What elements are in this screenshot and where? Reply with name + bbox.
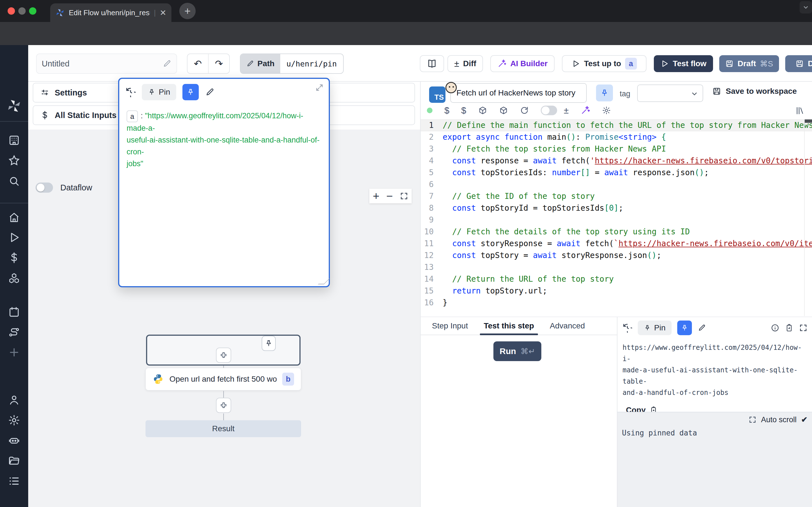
code-line[interactable]: 4 const response = await fetch('https://… [421, 155, 812, 167]
sidebar-item-resources[interactable] [8, 272, 20, 284]
edit-pencil-icon[interactable] [698, 324, 706, 332]
pinned-json-value[interactable]: a: "https://www.geoffreylitt.com/2025/04… [119, 100, 329, 179]
ai-builder-button[interactable]: AI Builder [490, 55, 555, 72]
node-pin-badge[interactable] [262, 336, 276, 351]
resources-icon[interactable]: $ [461, 105, 466, 116]
package-icon[interactable] [478, 106, 487, 115]
expand-popup-icon[interactable] [315, 83, 324, 92]
code-line[interactable]: 3 // Fetch the top stories from Hacker N… [421, 143, 812, 155]
code-editor[interactable]: 1// Define the main function to fetch th… [421, 119, 812, 316]
browser-tab[interactable]: Edit Flow u/henri/pin_results | ✕ [50, 3, 171, 22]
edit-pencil-icon[interactable] [205, 87, 214, 97]
minimap-slider[interactable] [805, 119, 812, 123]
sidebar-item-search[interactable] [8, 175, 20, 187]
save-to-workspace-button[interactable]: Save to workspace [712, 87, 797, 96]
sidebar-item-runs[interactable] [8, 231, 20, 244]
windmill-logo[interactable] [6, 98, 22, 114]
dataflow-toggle[interactable] [36, 182, 53, 193]
clipboard-icon[interactable] [785, 324, 794, 332]
plus-minus-icon: ± [454, 59, 459, 69]
sidebar-item-variables[interactable] [8, 251, 20, 264]
sidebar-item-schedules[interactable] [8, 306, 20, 318]
flow-path-chip[interactable]: Path u/henri/pin [240, 54, 344, 74]
diff-icon[interactable]: ± [564, 105, 569, 116]
window-zoom-button[interactable] [29, 7, 36, 15]
info-icon[interactable] [771, 324, 779, 332]
variables-icon[interactable]: $ [444, 105, 449, 116]
fit-view-icon[interactable] [400, 192, 408, 200]
code-line[interactable]: 12 const topStory = await storyResponse.… [421, 249, 812, 262]
sidebar-item-favorites[interactable] [8, 154, 20, 167]
step-pin-button[interactable] [596, 84, 613, 101]
window-close-button[interactable] [8, 7, 15, 15]
run-button[interactable]: Run ⌘↵ [493, 341, 541, 361]
tab-step-input[interactable]: Step Input [432, 317, 468, 335]
code-line[interactable]: 9 [421, 214, 812, 226]
test-up-to-button[interactable]: Test up to a [562, 55, 647, 72]
pinned-toggle-active[interactable] [183, 84, 199, 100]
code-line[interactable]: 5 const topStoriesIds: number[] = await … [421, 167, 812, 179]
tag-select[interactable] [637, 84, 703, 102]
result-value[interactable]: https://www.geoffreylitt.com/2025/04/12/… [617, 335, 812, 398]
line-number: 5 [421, 167, 443, 179]
undo-icon[interactable]: ↶ [188, 54, 208, 73]
code-line[interactable]: 1// Define the main function to fetch th… [421, 119, 812, 131]
browser-tab-strip: Edit Flow u/henri/pin_results | ✕ + [0, 0, 812, 22]
pin-button[interactable]: Pin [142, 84, 176, 100]
code-line[interactable]: 14 // Return the URL of the top story [421, 273, 812, 285]
sidebar-item-home[interactable] [8, 211, 20, 224]
sidebar-item-add[interactable] [8, 346, 20, 358]
result-node[interactable]: Result [146, 420, 301, 437]
sidebar-item-logs[interactable] [8, 475, 20, 487]
sidebar-item-settings[interactable] [8, 414, 20, 427]
tab-test-this-step[interactable]: Test this step [484, 317, 534, 335]
flow-step-node-b[interactable]: Open url and fetch first 500 words of ..… [146, 368, 301, 390]
zoom-out-icon[interactable]: − [386, 190, 393, 203]
test-flow-button[interactable]: Test flow [654, 55, 713, 72]
code-line[interactable]: 7 // Get the ID of the top story [421, 190, 812, 202]
refresh-icon[interactable] [520, 106, 529, 115]
tab-close-icon[interactable]: ✕ [160, 8, 166, 17]
code-line[interactable]: 16} [421, 297, 812, 309]
code-line[interactable]: 13 [421, 262, 812, 273]
add-step-button[interactable] [216, 348, 231, 363]
tab-advanced[interactable]: Advanced [550, 317, 585, 335]
window-minimize-button[interactable] [18, 7, 26, 15]
tab-search-chevron-icon[interactable] [800, 1, 812, 13]
flow-name-input[interactable]: Untitled [36, 54, 177, 74]
package-icon[interactable] [499, 106, 508, 115]
deploy-button[interactable]: Deploy [785, 55, 812, 72]
editor-toggle[interactable] [541, 106, 557, 115]
auto-scroll-control[interactable]: Auto scroll ✔ [749, 415, 808, 424]
code-line[interactable]: 15 return topStory.url; [421, 285, 812, 297]
sidebar-item-folders[interactable] [8, 455, 20, 467]
step-name-input[interactable]: Fetch url of HackerNews top story [450, 83, 587, 103]
code-line[interactable]: 2export async function main(): Promise<s… [421, 131, 812, 143]
history-icon[interactable] [125, 87, 136, 97]
history-icon[interactable] [622, 323, 632, 333]
new-tab-button[interactable]: + [179, 3, 196, 19]
pinned-toggle-active[interactable] [677, 321, 692, 335]
diff-button[interactable]: ± Diff [448, 55, 483, 72]
popup-resize-handle[interactable] [318, 278, 330, 284]
json-colon: : [141, 112, 143, 120]
zoom-in-icon[interactable]: + [373, 190, 379, 203]
docs-book-button[interactable] [420, 55, 444, 72]
code-line[interactable]: 11 const storyResponse = await fetch(`ht… [421, 238, 812, 249]
redo-icon[interactable]: ↷ [209, 54, 229, 73]
sidebar-item-workers[interactable] [8, 434, 20, 447]
ai-wand-icon[interactable] [580, 106, 590, 115]
sidebar-item-account[interactable] [8, 394, 20, 406]
edit-name-pencil-icon[interactable] [162, 59, 171, 68]
code-line[interactable]: 8 const topStoryId = topStoriesIds[0]; [421, 202, 812, 214]
fullscreen-icon[interactable] [799, 324, 808, 332]
add-step-button[interactable] [216, 398, 231, 413]
sidebar-item-flows[interactable] [8, 326, 20, 339]
code-line[interactable]: 10 // Fetch the details of the top story… [421, 226, 812, 238]
pin-button[interactable]: Pin [638, 321, 672, 335]
gear-icon[interactable] [602, 106, 611, 115]
sidebar-item-workspace[interactable] [8, 134, 20, 147]
library-icon[interactable] [795, 106, 805, 115]
draft-button[interactable]: Draft ⌘S [719, 55, 779, 72]
code-line[interactable]: 6 [421, 179, 812, 190]
